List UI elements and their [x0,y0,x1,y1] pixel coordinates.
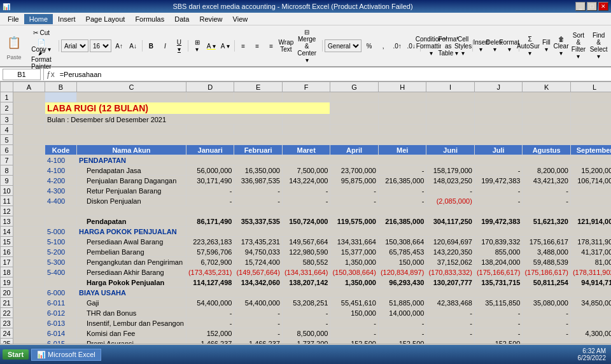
cell-e9[interactable]: 336,987,535 [234,176,283,186]
menu-review[interactable]: Review [194,14,227,24]
cell-h24[interactable]: - [378,328,426,339]
cell-d11[interactable]: - [186,196,234,206]
cell-j15[interactable]: 170,839,332 [474,237,523,247]
col-header-d[interactable]: D [186,82,234,92]
wrap-text-button[interactable]: Wrap Text [279,39,293,52]
cell-h18[interactable]: (120,834,897) [378,267,426,277]
cell-d13[interactable]: 86,171,490 [186,216,234,227]
sort-filter-button[interactable]: Sort & Filter ▾ [570,39,587,52]
cell-c25[interactable]: Premi Asuransi [77,339,186,344]
bold-button[interactable]: B [144,39,157,52]
cell-d25[interactable]: 1,466,237 [186,339,234,344]
cell-i25[interactable]: - [426,339,475,344]
cell-k11[interactable]: - [523,196,571,206]
cell-j3[interactable] [474,115,523,125]
cell-c10[interactable]: Retur Penjualan Barang [77,186,186,196]
cell-c19[interactable]: Harga Pokok Penjualan [77,277,186,288]
cell-c16[interactable]: Pembelian Barang [77,247,186,257]
cell-c23[interactable]: Insentif, Lembur dan Pesangon [77,318,186,328]
cell-e8[interactable]: 16,350,000 [234,165,283,176]
cell-k17[interactable]: 59,488,539 [523,257,571,267]
cell-b25[interactable]: 6-015 [45,339,77,344]
cell-h22[interactable]: 14,000,000 [378,308,426,318]
cell-k21[interactable]: 35,080,000 [523,298,571,308]
cell-a15[interactable] [13,237,45,247]
cell-c22[interactable]: THR dan Bonus [77,308,186,318]
cell-j11[interactable]: - [474,196,523,206]
cell-k15[interactable]: 175,166,617 [523,237,571,247]
cell-l15[interactable]: 178,311,902 [570,237,611,247]
cell-i17[interactable]: 37,152,062 [426,257,475,267]
col-header-c[interactable]: C [77,82,186,92]
cell-i3[interactable] [426,115,475,125]
cell-d15[interactable]: 223,263,183 [186,237,234,247]
formula-input[interactable]: =Perusahaan [57,71,608,78]
cell-e25[interactable]: 1,466,237 [234,339,283,344]
cell-b13[interactable] [45,216,77,227]
cell-k25[interactable]: - [523,339,571,344]
cell-a14[interactable] [13,227,45,237]
fill-color-button[interactable]: A ▾ [205,39,218,52]
cell-f22[interactable]: - [282,308,330,318]
cell-b16[interactable]: 5-200 [45,247,77,257]
cell-j16[interactable]: 855,000 [474,247,523,257]
cell-l21[interactable]: 34,850,000 [570,298,611,308]
cell-c14[interactable]: HARGA POKOK PENJUALAN [77,227,186,237]
cell-a19[interactable] [13,277,45,288]
cell-b22[interactable]: 6-012 [45,308,77,318]
cell-j6[interactable]: Juli [474,145,523,155]
cell-k8[interactable]: 8,200,000 [523,165,571,176]
cell-k3[interactable] [523,115,571,125]
cell-d10[interactable]: - [186,186,234,196]
font-color-button[interactable]: A ▾ [219,39,232,52]
cell-b18[interactable]: 5-400 [45,267,77,277]
cell-h1[interactable] [378,92,426,102]
cell-h4[interactable] [378,125,426,135]
cell-d21[interactable]: 54,400,000 [186,298,234,308]
cell-i19[interactable]: 130,207,777 [426,277,475,288]
cell-l6[interactable]: September [570,145,611,155]
cell-f16[interactable]: 122,980,590 [282,247,330,257]
row7-rest[interactable] [186,155,611,165]
menu-page-layout[interactable]: Page Layout [81,14,130,24]
percent-button[interactable]: % [363,39,376,52]
cell-f23[interactable]: - [282,318,330,328]
cell-b7[interactable]: 4-100 [45,155,77,165]
cell-g1[interactable] [330,92,379,102]
cell-e11[interactable]: - [234,196,283,206]
col-header-g[interactable]: G [330,82,379,92]
cell-j13[interactable]: 199,472,383 [474,216,523,227]
cell-b9[interactable]: 4-200 [45,176,77,186]
start-button[interactable]: Start [3,349,29,360]
cell-h3[interactable] [378,115,426,125]
cell-f8[interactable]: 7,500,000 [282,165,330,176]
format-table-button[interactable]: Formatas Table ▾ [441,39,456,52]
cell-e24[interactable]: - [234,328,283,339]
cell-c9[interactable]: Penjualan Barang Dagangan [77,176,186,186]
cell-a22[interactable] [13,308,45,318]
cell-k13[interactable]: 51,621,320 [523,216,571,227]
cell-i13[interactable]: 304,117,250 [426,216,475,227]
cell-l16[interactable]: 41,317,000 [570,247,611,257]
cell-e6[interactable]: Februari [234,145,283,155]
cell-a2[interactable] [13,102,45,115]
fill-button[interactable]: Fill ▾ [540,39,552,52]
cell-l22[interactable]: - [570,308,611,318]
format-painter-button[interactable]: 🖌 Format Painter [29,53,53,66]
cell-d23[interactable]: - [186,318,234,328]
align-center-button[interactable]: ≡ [251,39,263,52]
cell-g11[interactable]: - [330,196,379,206]
find-select-button[interactable]: Find & Select ▾ [589,39,608,52]
decrease-font-button[interactable]: A↓ [127,39,139,52]
cell-k4[interactable] [523,125,571,135]
cell-l8[interactable]: 15,200,000 [570,165,611,176]
cell-e1[interactable] [234,92,283,102]
cell-g21[interactable]: 55,451,610 [330,298,379,308]
increase-decimal-button[interactable]: .0↑ [391,39,404,52]
cell-e16[interactable]: 94,750,033 [234,247,283,257]
cell-f4[interactable] [282,125,330,135]
cell-j10[interactable]: - [474,186,523,196]
cell-a16[interactable] [13,247,45,257]
menu-home[interactable]: Home [24,14,53,24]
menu-insert[interactable]: Insert [53,14,81,24]
